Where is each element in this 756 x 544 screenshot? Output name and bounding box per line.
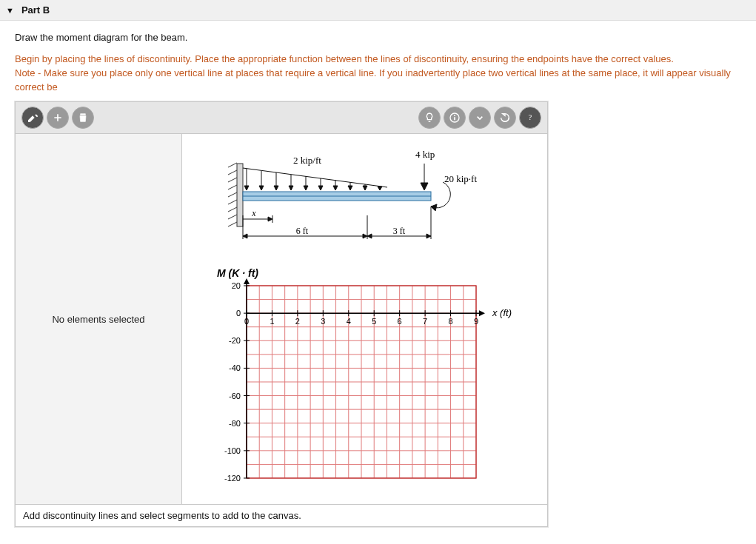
pencil-icon	[27, 112, 39, 124]
instruction-line-2b: Note - Make sure you place only one vert…	[15, 67, 741, 95]
svg-text:-20: -20	[229, 337, 241, 346]
svg-text:-40: -40	[229, 364, 241, 373]
svg-line-6	[228, 170, 237, 175]
svg-text:20: 20	[231, 281, 240, 290]
svg-marker-29	[318, 186, 323, 190]
svg-point-1	[454, 115, 455, 116]
svg-text:6: 6	[397, 318, 401, 326]
svg-line-10	[228, 200, 237, 204]
svg-text:-120: -120	[224, 474, 240, 483]
point-load	[421, 164, 428, 190]
svg-text:-60: -60	[229, 392, 241, 400]
svg-line-12	[228, 215, 237, 219]
selection-panel: No elements selected	[16, 134, 182, 504]
instruction-line-2a: Begin by placing the lines of discontinu…	[15, 53, 741, 67]
svg-text:?: ?	[529, 114, 532, 122]
svg-marker-37	[378, 187, 382, 190]
svg-marker-35	[363, 186, 367, 190]
moment-chart[interactable]: M (K · ft)0123456789200-20-40-60-80-100-…	[195, 263, 535, 493]
svg-text:-100: -100	[224, 446, 240, 455]
chevron-down-icon	[474, 112, 486, 124]
svg-marker-44	[268, 217, 272, 221]
canvas-area: No elements selected	[16, 134, 547, 504]
svg-rect-4	[237, 164, 243, 226]
svg-marker-53	[426, 234, 431, 238]
svg-line-11	[228, 207, 237, 212]
svg-text:9: 9	[473, 318, 478, 326]
svg-marker-31	[333, 186, 338, 190]
info-button[interactable]	[444, 107, 466, 129]
svg-marker-39	[421, 183, 428, 190]
svg-marker-52	[367, 234, 372, 238]
svg-marker-19	[244, 186, 249, 190]
reset-button[interactable]	[494, 107, 516, 129]
add-tool-button[interactable]	[47, 107, 69, 129]
moment-load-label: 20 kip·ft	[444, 173, 477, 184]
x-indicator	[243, 215, 272, 223]
point-load-label: 4 kip	[415, 149, 435, 160]
draw-tool-button[interactable]	[21, 107, 44, 129]
question-icon: ?	[524, 112, 536, 124]
span1-label: 6 ft	[295, 226, 308, 236]
caret-down-icon: ▼	[6, 6, 14, 15]
trash-icon	[77, 112, 89, 124]
instruction-line-1: Draw the moment diagram for the beam.	[15, 31, 741, 45]
part-title: Part B	[21, 4, 50, 16]
instructions-block: Draw the moment diagram for the beam. Be…	[0, 21, 756, 101]
drawing-canvas[interactable]: 2 kip/ft 4 kip 20 kip·ft	[182, 134, 547, 504]
refresh-icon	[499, 112, 511, 124]
svg-line-16	[243, 168, 387, 187]
svg-text:8: 8	[448, 318, 452, 326]
drawing-panel: ? No elements selected	[15, 101, 548, 527]
svg-text:4: 4	[346, 318, 350, 326]
svg-line-13	[228, 222, 237, 226]
moment-load	[431, 182, 450, 211]
footer-message: Add discontinuity lines and select segme…	[16, 504, 547, 526]
bulb-icon	[424, 112, 435, 124]
svg-text:0: 0	[244, 318, 248, 326]
x-var-label: x	[251, 208, 256, 218]
selection-caption: No elements selected	[52, 314, 144, 325]
svg-marker-21	[259, 186, 264, 190]
help-button[interactable]: ?	[519, 107, 541, 129]
svg-marker-48	[243, 234, 247, 238]
svg-marker-27	[304, 186, 308, 190]
svg-marker-25	[289, 186, 293, 190]
more-button[interactable]	[469, 107, 491, 129]
hint-button[interactable]	[418, 107, 441, 129]
svg-text:0: 0	[235, 309, 240, 318]
part-header[interactable]: ▼ Part B	[0, 0, 756, 21]
svg-line-8	[228, 185, 237, 189]
svg-text:3: 3	[321, 318, 325, 326]
svg-line-5	[228, 163, 237, 167]
dist-load-label: 2 kip/ft	[293, 155, 321, 166]
svg-marker-23	[274, 186, 278, 190]
plus-icon	[52, 112, 64, 124]
svg-marker-33	[348, 186, 352, 190]
info-icon	[449, 112, 461, 124]
svg-marker-40	[431, 204, 437, 211]
svg-line-7	[228, 178, 237, 182]
delete-tool-button[interactable]	[72, 107, 94, 129]
svg-text:-80: -80	[229, 419, 241, 428]
svg-line-9	[228, 192, 237, 197]
svg-marker-92	[479, 311, 485, 317]
svg-text:1: 1	[270, 318, 274, 326]
beam-diagram: 2 kip/ft 4 kip 20 kip·ft	[206, 141, 524, 263]
svg-text:x (ft): x (ft)	[492, 308, 512, 319]
toolbar: ?	[16, 102, 547, 134]
span2-label: 3 ft	[392, 226, 405, 236]
svg-marker-93	[244, 278, 250, 284]
svg-text:M (K · ft): M (K · ft)	[217, 267, 258, 279]
distributed-load-arrows	[244, 169, 382, 190]
svg-text:2: 2	[295, 318, 299, 326]
svg-text:5: 5	[372, 318, 376, 326]
svg-text:7: 7	[423, 318, 427, 326]
